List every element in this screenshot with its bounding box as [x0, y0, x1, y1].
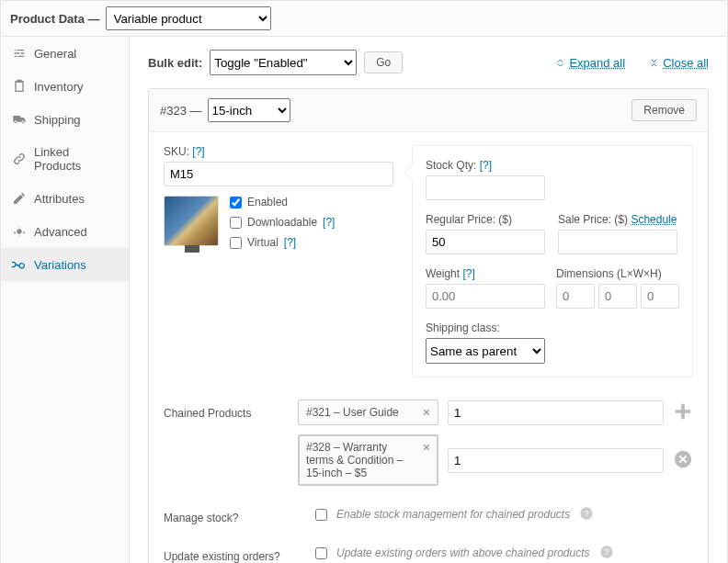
sidebar-item-shipping[interactable]: Shipping	[1, 103, 129, 136]
regular-price-label: Regular Price: ($)	[426, 213, 547, 226]
clipboard-icon	[12, 79, 27, 94]
sidebar-item-general[interactable]: General	[1, 37, 129, 70]
dimensions-label: Dimensions (L×W×H)	[556, 267, 679, 280]
sidebar-item-label: General	[34, 47, 76, 61]
plus-icon	[673, 401, 693, 422]
sidebar-item-label: Shipping	[34, 113, 81, 127]
shipping-class-label: Shipping class:	[426, 321, 679, 334]
pencil-icon	[12, 191, 27, 206]
shipping-class-select[interactable]: Same as parent	[426, 338, 545, 364]
variation-attribute-select[interactable]: 15-inch	[208, 98, 290, 122]
help-icon[interactable]: [?]	[284, 236, 296, 249]
dim-length-input[interactable]	[556, 284, 595, 309]
sidebar: General Inventory Shipping Linked Produc…	[1, 37, 130, 563]
panel-title: Product Data —	[10, 12, 100, 26]
virtual-checkbox[interactable]	[230, 237, 242, 249]
chained-product-chip[interactable]: #328 – Warranty terms & Condition – 15-i…	[298, 434, 438, 486]
update-orders-checkbox[interactable]	[315, 547, 327, 559]
weight-label: Weight [?]	[426, 267, 545, 280]
dim-height-input[interactable]	[641, 284, 679, 309]
chip-remove-icon[interactable]: ×	[417, 406, 430, 419]
bulk-action-select[interactable]: Toggle "Enabled"	[210, 50, 357, 75]
downloadable-checkbox[interactable]	[230, 217, 242, 229]
sku-label: SKU: [?]	[164, 145, 393, 158]
bulk-edit-label: Bulk edit:	[148, 56, 202, 70]
sidebar-item-attributes[interactable]: Attributes	[1, 182, 129, 215]
sidebar-item-linked[interactable]: Linked Products	[1, 136, 129, 182]
variation-id: #323 —	[160, 104, 202, 118]
add-chained-button[interactable]	[673, 401, 693, 424]
stock-qty-input[interactable]	[426, 175, 545, 200]
sidebar-item-label: Variations	[34, 258, 86, 272]
update-orders-desc: Update existing orders with above chaine…	[336, 546, 590, 559]
link-icon	[12, 152, 27, 166]
help-icon[interactable]: [?]	[323, 216, 335, 229]
virtual-checkbox-label[interactable]: Virtual [?]	[230, 236, 335, 249]
chained-product-chip[interactable]: #321 – User Guide×	[298, 400, 438, 425]
sidebar-item-label: Attributes	[34, 192, 85, 206]
chip-remove-icon[interactable]: ×	[417, 441, 430, 454]
svg-text:?: ?	[585, 509, 589, 518]
svg-text:?: ?	[604, 547, 609, 557]
sidebar-item-label: Inventory	[34, 80, 83, 94]
chained-qty-input[interactable]	[448, 448, 664, 473]
sale-price-input[interactable]	[558, 230, 677, 254]
sidebar-item-variations[interactable]: Variations	[1, 248, 129, 281]
remove-chained-button[interactable]	[673, 449, 693, 472]
expand-icon	[555, 58, 565, 68]
close-all-link[interactable]: Close all	[649, 56, 709, 70]
enabled-checkbox[interactable]	[230, 197, 242, 208]
chained-products-label: Chained Products	[164, 400, 289, 420]
weight-input[interactable]	[426, 284, 545, 309]
update-orders-label: Update existing orders?	[164, 543, 306, 563]
remove-variation-button[interactable]: Remove	[631, 99, 697, 121]
regular-price-input[interactable]	[426, 230, 545, 254]
chained-qty-input[interactable]	[448, 400, 664, 425]
sale-price-label: Sale Price: ($) Schedule	[558, 213, 679, 226]
infinity-icon	[12, 257, 27, 272]
gear-icon	[12, 224, 27, 239]
help-icon[interactable]: ?	[599, 545, 614, 562]
help-icon[interactable]: [?]	[480, 159, 492, 172]
help-icon[interactable]: [?]	[462, 267, 474, 280]
x-circle-icon	[673, 449, 693, 469]
downloadable-checkbox-label[interactable]: Downloadable [?]	[230, 216, 335, 229]
sliders-icon	[12, 46, 27, 61]
help-icon[interactable]: [?]	[192, 145, 204, 158]
stock-qty-label: Stock Qty: [?]	[426, 159, 679, 172]
sidebar-item-label: Advanced	[34, 225, 87, 239]
dim-width-input[interactable]	[598, 284, 637, 309]
schedule-link[interactable]: Schedule	[631, 213, 677, 226]
help-icon[interactable]: ?	[579, 506, 594, 524]
collapse-icon	[649, 58, 659, 68]
sidebar-item-label: Linked Products	[34, 145, 118, 173]
product-type-select[interactable]: Variable product	[106, 6, 271, 30]
expand-all-link[interactable]: Expand all	[555, 56, 625, 70]
manage-stock-desc: Enable stock management for chained prod…	[336, 508, 570, 521]
bulk-go-button[interactable]: Go	[364, 51, 403, 73]
truck-icon	[12, 112, 27, 127]
sidebar-item-advanced[interactable]: Advanced	[1, 215, 129, 248]
sidebar-item-inventory[interactable]: Inventory	[1, 70, 129, 103]
manage-stock-label: Manage stock?	[164, 504, 306, 524]
enabled-checkbox-label[interactable]: Enabled	[230, 196, 335, 208]
manage-stock-checkbox[interactable]	[315, 509, 327, 521]
variation-thumbnail[interactable]	[164, 196, 219, 246]
sku-input[interactable]	[164, 162, 393, 186]
